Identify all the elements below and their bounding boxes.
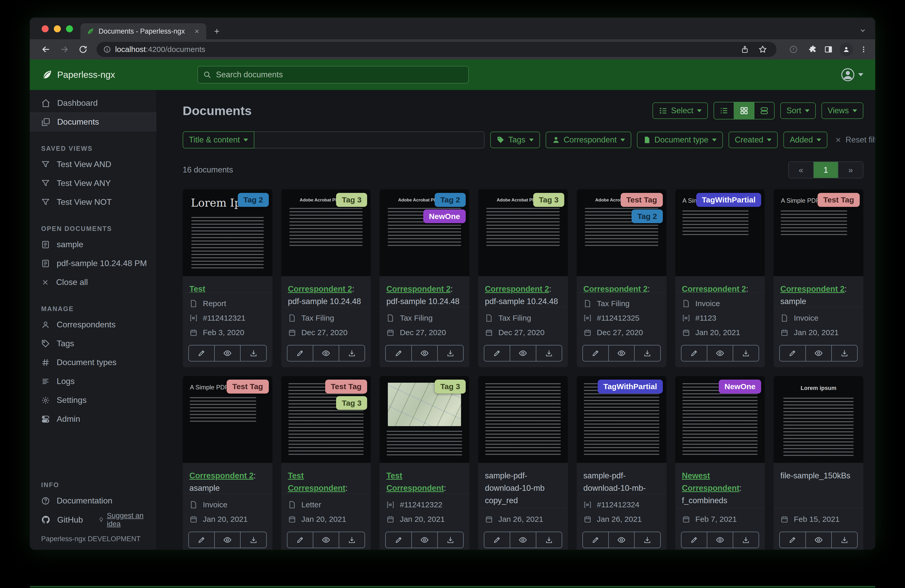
view-mode-grid[interactable] — [734, 102, 754, 119]
sidebar-item-settings[interactable]: Settings — [30, 391, 157, 410]
sidebar-item-documentation[interactable]: Documentation — [30, 491, 157, 510]
extensions-puzzle-icon[interactable] — [808, 45, 817, 54]
view-button[interactable] — [214, 532, 240, 548]
correspondent-link[interactable]: Test Correspondent — [189, 284, 247, 292]
tag-badge[interactable]: Tag 3 — [336, 193, 367, 207]
maximize-window-button[interactable] — [66, 25, 73, 32]
filter-tags-button[interactable]: Tags — [490, 132, 540, 148]
document-thumbnail[interactable] — [478, 376, 568, 463]
filter-created-button[interactable]: Created — [729, 132, 778, 148]
reset-filters-button[interactable]: Reset filters — [835, 135, 875, 144]
browser-profile-avatar[interactable] — [840, 43, 853, 56]
correspondent-link[interactable]: Newest Correspondent — [682, 471, 740, 493]
correspondent-link[interactable]: Test Correspondent — [288, 471, 345, 493]
view-button[interactable] — [805, 532, 831, 548]
edit-button[interactable] — [386, 532, 411, 548]
view-mode-list[interactable] — [714, 102, 734, 119]
sidebar-item-dashboard[interactable]: Dashboard — [30, 94, 157, 113]
edit-button[interactable] — [484, 346, 510, 361]
tag-badge[interactable]: NewOne — [423, 209, 466, 223]
sidebar-item-admin[interactable]: Admin — [30, 410, 157, 428]
url-bar[interactable]: localhost:4200/documents — [97, 42, 776, 57]
filter-added-button[interactable]: Added — [783, 132, 827, 148]
share-icon[interactable] — [741, 45, 749, 54]
tab-close-icon[interactable] — [194, 28, 200, 34]
sidebar-item-logs[interactable]: Logs — [30, 372, 157, 391]
suggest-idea-link[interactable]: Suggest an idea — [98, 512, 145, 528]
edit-button[interactable] — [681, 346, 707, 361]
view-button[interactable] — [707, 532, 733, 548]
correspondent-link[interactable]: Correspondent 2 — [583, 284, 648, 292]
tag-badge[interactable]: Tag 3 — [533, 193, 564, 207]
correspondent-link[interactable]: Correspondent 2 — [288, 284, 352, 293]
edit-button[interactable] — [484, 532, 510, 548]
tag-badge[interactable]: TagWithPartial — [696, 193, 761, 207]
document-thumbnail[interactable]: A Simple PDF File Test Tag — [183, 376, 272, 463]
view-button[interactable] — [608, 532, 634, 548]
document-thumbnail[interactable]: Lorem Ipsum Tag 2 — [183, 189, 272, 276]
filter-text-input[interactable] — [254, 132, 484, 148]
github-link[interactable]: GitHub — [41, 515, 83, 525]
minimize-window-button[interactable] — [54, 25, 61, 32]
download-button[interactable] — [240, 532, 266, 548]
document-thumbnail[interactable]: Adobe Acrobat PDF Files Tag 3 — [478, 189, 568, 276]
browser-tab[interactable]: Documents - Paperless-ngx — [81, 23, 206, 39]
document-thumbnail[interactable]: TagWithPartial — [577, 376, 667, 463]
edit-button[interactable] — [583, 532, 608, 548]
edit-button[interactable] — [189, 346, 214, 361]
tag-badge[interactable]: Test Tag — [227, 380, 269, 393]
side-panel-icon[interactable] — [824, 45, 833, 54]
view-mode-details[interactable] — [754, 102, 774, 119]
extension-badge-icon[interactable] — [785, 41, 802, 58]
download-button[interactable] — [437, 532, 463, 548]
close-window-button[interactable] — [42, 25, 49, 32]
document-thumbnail[interactable]: Adobe Acrobat PDF Files Tag 2NewOne — [379, 189, 469, 276]
correspondent-link[interactable]: Correspondent 2 — [189, 471, 254, 480]
user-menu[interactable] — [841, 68, 863, 82]
sidebar-open-doc-sample[interactable]: sample — [30, 235, 157, 254]
view-button[interactable] — [411, 532, 437, 548]
pagination-prev[interactable]: « — [789, 162, 813, 178]
correspondent-link[interactable]: Correspondent 2 — [682, 284, 746, 292]
sidebar-item-tags[interactable]: Tags — [30, 334, 157, 353]
site-info-icon[interactable] — [103, 46, 111, 53]
edit-button[interactable] — [287, 532, 313, 548]
document-thumbnail[interactable]: A Simple PDF File TagWithPartial — [675, 189, 765, 276]
download-button[interactable] — [536, 346, 562, 361]
views-button[interactable]: Views — [821, 102, 863, 119]
edit-button[interactable] — [780, 346, 805, 361]
new-tab-button[interactable] — [213, 27, 221, 35]
edit-button[interactable] — [681, 532, 707, 548]
view-button[interactable] — [707, 346, 733, 361]
tag-badge[interactable]: Test Tag — [621, 193, 663, 207]
correspondent-link[interactable]: Correspondent 2 — [386, 284, 451, 293]
view-button[interactable] — [805, 346, 831, 361]
download-button[interactable] — [339, 532, 365, 548]
edit-button[interactable] — [287, 346, 313, 361]
tag-badge[interactable]: Tag 2 — [632, 209, 662, 223]
download-button[interactable] — [437, 346, 463, 361]
download-button[interactable] — [634, 532, 660, 548]
view-button[interactable] — [608, 346, 634, 361]
tag-badge[interactable]: Tag 2 — [435, 193, 466, 207]
search-input[interactable] — [216, 70, 463, 80]
correspondent-link[interactable]: Test Correspondent — [386, 471, 444, 493]
edit-button[interactable] — [386, 346, 411, 361]
sort-button[interactable]: Sort — [780, 102, 816, 119]
view-button[interactable] — [214, 346, 240, 361]
tag-badge[interactable]: Tag 2 — [238, 193, 269, 207]
app-brand[interactable]: Paperless-ngx — [42, 69, 115, 80]
sidebar-item-correspondents[interactable]: Correspondents — [30, 315, 157, 334]
document-thumbnail[interactable]: Tag 3 — [379, 376, 469, 463]
tag-badge[interactable]: Test Tag — [818, 193, 860, 207]
edit-button[interactable] — [583, 346, 608, 361]
sidebar-item-documents[interactable]: Documents — [30, 113, 157, 132]
tag-badge[interactable]: Tag 3 — [336, 396, 367, 410]
view-button[interactable] — [313, 346, 339, 361]
document-thumbnail[interactable]: A Simple PDF File Test Tag — [773, 189, 863, 276]
download-button[interactable] — [536, 532, 562, 548]
browser-menu-icon[interactable] — [860, 46, 867, 53]
download-button[interactable] — [339, 346, 365, 361]
pagination-page-1[interactable]: 1 — [813, 162, 838, 178]
sidebar-item-document-types[interactable]: Document types — [30, 353, 157, 372]
